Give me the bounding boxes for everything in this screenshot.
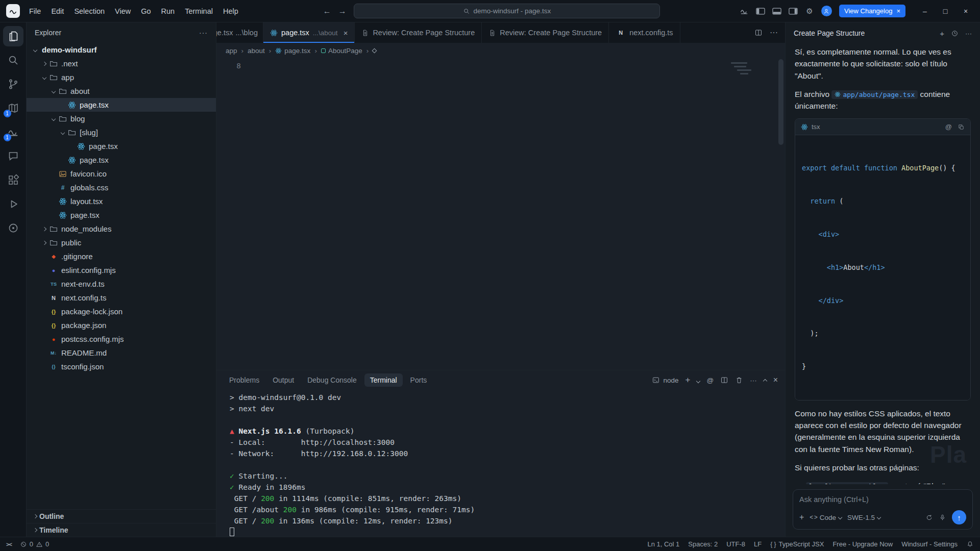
minimize-button[interactable]: – [915,0,935,22]
tree-item[interactable]: M↓README.md [27,346,216,360]
close-panel-icon[interactable]: × [773,375,778,385]
panel-tab-problems[interactable]: Problems [224,373,265,387]
microphone-icon[interactable] [939,514,946,521]
breadcrumb-app[interactable]: app [226,47,237,55]
status-indentation[interactable]: Spaces: 2 [688,540,718,548]
tab-review-1[interactable]: Review: Create Page Structure [355,22,482,43]
refresh-icon[interactable] [925,514,933,521]
tab-next-config[interactable]: N next.config.ts [609,22,680,43]
activitybar-reviews[interactable] [3,146,23,166]
tree-item[interactable]: {}tsconfig.json [27,360,216,373]
at-icon[interactable]: @ [706,377,714,384]
account-avatar[interactable] [821,6,832,16]
scrollbar[interactable] [778,59,783,145]
file-link-chip[interactable]: app/about/page.tsx [831,90,918,99]
panel-tab-terminal[interactable]: Terminal [364,373,403,387]
tree-item[interactable]: page.tsx [27,139,216,153]
copy-icon[interactable] [958,123,965,131]
close-tab-icon[interactable]: × [344,29,348,37]
tree-item-selected[interactable]: page.tsx [27,98,216,112]
tab-page-tsx-blog[interactable]: page.tsx...\blog [216,22,263,43]
activitybar-cascade[interactable]: 1 [3,122,23,142]
trash-icon[interactable] [735,376,743,384]
activitybar-extensions[interactable] [3,170,23,190]
new-conversation-icon[interactable]: + [940,29,944,38]
more-actions-icon[interactable]: ··· [750,377,757,384]
menu-file[interactable]: File [24,0,46,22]
status-eol[interactable]: LF [754,540,762,548]
tree-root[interactable]: demo-windsurf [27,43,216,57]
cascade-input-box[interactable]: + < >Code SWE-1.5 ↑ [793,489,973,530]
status-windsurf-settings[interactable]: Windsurf - Settings [901,540,958,548]
remote-indicator[interactable]: >< [6,541,12,547]
tab-page-tsx-about[interactable]: page.tsx ...\about × [263,22,355,43]
activitybar-planning[interactable]: 1 [3,98,23,118]
menu-help[interactable]: Help [218,0,243,22]
breadcrumb-about[interactable]: about [248,47,265,55]
panel-tab-debug-console[interactable]: Debug Console [302,373,362,387]
url-chip[interactable]: localhost:3000/blog [806,482,888,484]
menu-run[interactable]: Run [156,0,180,22]
cascade-conversation-title[interactable]: Create Page Structure [794,29,865,37]
menu-go[interactable]: Go [136,0,156,22]
tree-item[interactable]: #globals.css [27,181,216,194]
bell-icon[interactable] [966,540,974,548]
tree-item[interactable]: node_modules [27,222,216,236]
status-language[interactable]: { }TypeScript JSX [770,540,824,548]
chevron-down-icon[interactable] [697,377,700,384]
history-icon[interactable] [951,30,959,37]
status-line-col[interactable]: Ln 1, Col 1 [647,540,679,548]
new-terminal-icon[interactable]: + [685,375,691,385]
status-encoding[interactable]: UTF-8 [726,540,745,548]
tree-item[interactable]: ●postcss.config.mjs [27,332,216,346]
gear-icon[interactable]: ⚙ [805,7,814,16]
activitybar-extension-misc[interactable] [3,218,23,238]
model-selector[interactable]: SWE-1.5 [847,514,880,521]
terminal-output[interactable]: > demo-windsurf@0.1.0 dev > next dev ▲ N… [216,390,785,537]
panel-tab-ports[interactable]: Ports [405,373,433,387]
mention-icon[interactable]: @ [945,122,952,132]
panel-tab-output[interactable]: Output [267,373,300,387]
toggle-secondary-sidebar-icon[interactable] [789,7,798,16]
ask-anything-input[interactable] [799,495,966,504]
split-editor-icon[interactable] [754,29,763,37]
outline-section[interactable]: Outline [27,509,216,523]
maximize-panel-icon[interactable] [764,377,767,384]
more-actions-icon[interactable]: ··· [770,28,778,37]
more-actions-icon[interactable]: ··· [965,30,972,37]
tree-item[interactable]: {}package.json [27,318,216,332]
close-icon[interactable]: × [896,7,900,15]
activitybar-source-control[interactable] [3,74,23,94]
tree-item[interactable]: layout.tsx [27,194,216,208]
maximize-button[interactable]: □ [935,0,955,22]
tree-item[interactable]: blog [27,112,216,126]
tree-item[interactable]: ●eslint.config.mjs [27,263,216,277]
tree-item[interactable]: {}package-lock.json [27,305,216,318]
menu-terminal[interactable]: Terminal [180,0,218,22]
menu-selection[interactable]: Selection [69,0,110,22]
activitybar-explorer[interactable] [3,26,23,46]
tree-item[interactable]: ◆.gitignore [27,249,216,263]
split-terminal-icon[interactable] [720,376,728,384]
tree-item[interactable]: Nnext.config.ts [27,291,216,305]
forward-button[interactable]: → [338,7,347,16]
toggle-panel-icon[interactable] [772,7,781,16]
view-changelog-button[interactable]: View Changelog × [839,5,905,17]
menu-edit[interactable]: Edit [46,0,69,22]
breadcrumb-file[interactable]: page.tsx [275,47,310,55]
timeline-section[interactable]: Timeline [27,523,216,537]
toggle-sidebar-icon[interactable] [756,7,765,16]
tree-item[interactable]: [slug] [27,126,216,139]
tree-item[interactable]: page.tsx [27,208,216,222]
tree-item[interactable]: favicon.ico [27,167,216,181]
tree-item[interactable]: about [27,84,216,98]
tree-item[interactable]: .next [27,57,216,70]
minimap[interactable] [728,58,777,370]
command-center-search[interactable]: demo-windsurf - page.tsx [354,4,660,18]
tab-review-2[interactable]: Review: Create Page Structure [482,22,609,43]
status-upgrade[interactable]: Free - Upgrade Now [832,540,893,548]
mode-selector[interactable]: < >Code [810,514,842,521]
tree-item[interactable]: page.tsx [27,153,216,167]
back-button[interactable]: ← [323,7,331,16]
terminal-shell-selector[interactable]: node [652,376,678,384]
